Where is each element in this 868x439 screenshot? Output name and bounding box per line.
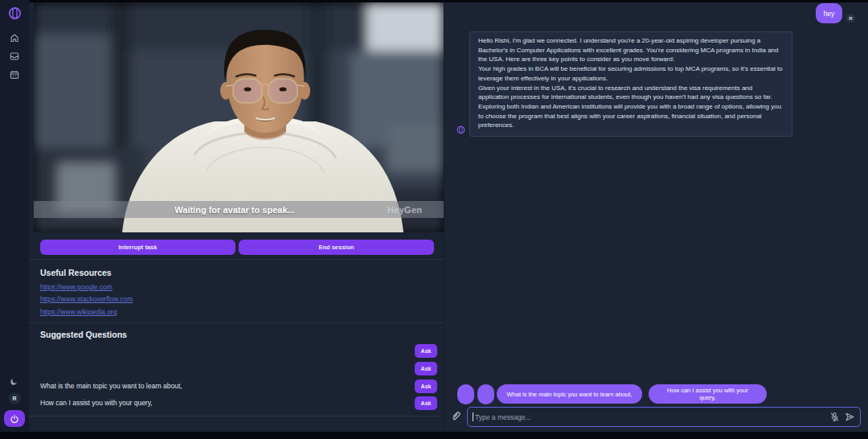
suggested-question-row: Ask	[40, 361, 437, 375]
bot-paragraph: Hello Rishi, I'm glad we connected. I un…	[478, 36, 784, 64]
caption-text: Waiting for avatar to speak...	[34, 205, 387, 215]
avatar-chat-app: R	[0, 0, 868, 439]
suggested-question-row: How can I assist you with your query, As…	[40, 396, 437, 410]
attachment-paperclip-icon[interactable]	[450, 410, 461, 421]
mic-off-icon[interactable]	[829, 412, 840, 422]
inbox-icon[interactable]	[10, 51, 19, 61]
resource-link-wikipedia[interactable]: https://www.wikipedia.org	[40, 308, 117, 316]
bottom-letterbox	[0, 432, 868, 439]
question-text: How can I assist you with your query,	[40, 399, 153, 407]
suggested-question-row: What is the main topic you want to learn…	[40, 379, 437, 393]
avatar-video[interactable]: Waiting for avatar to speak... HeyGen	[34, 2, 444, 232]
caption-band: Waiting for avatar to speak... HeyGen	[34, 201, 444, 218]
send-icon[interactable]	[845, 412, 855, 422]
sidebar: R	[0, 0, 29, 432]
quick-chip[interactable]: What is the main topic you want to learn…	[497, 384, 642, 404]
bot-paragraph: Given your interest in the USA, it's cru…	[478, 84, 784, 102]
divider	[29, 259, 444, 260]
ask-button[interactable]: Ask	[415, 396, 437, 410]
home-icon[interactable]	[10, 33, 19, 43]
interrupt-task-button[interactable]: Interrupt task	[40, 240, 235, 255]
heygen-watermark: HeyGen	[387, 205, 444, 215]
avatar-video-frame	[34, 2, 444, 232]
quick-chip-empty[interactable]	[477, 384, 494, 404]
question-text: What is the main topic you want to learn…	[40, 382, 182, 390]
ask-button[interactable]: Ask	[415, 362, 437, 375]
text-caret	[473, 412, 473, 421]
ask-button[interactable]: Ask	[415, 380, 437, 393]
resource-link-google[interactable]: https://www.google.com	[40, 283, 113, 291]
resources-title: Useful Resources	[40, 268, 112, 277]
moon-icon[interactable]	[10, 377, 19, 387]
app-logo-icon	[8, 6, 22, 20]
session-panel: Waiting for avatar to speak... HeyGen In…	[29, 0, 444, 432]
user-message-bubble: hey	[816, 3, 842, 23]
sidebar-user-avatar[interactable]: R	[9, 392, 21, 404]
top-letterbox	[29, 0, 868, 2]
power-icon	[10, 414, 19, 424]
bot-message-bubble: Hello Rishi, I'm glad we connected. I un…	[469, 31, 792, 137]
sidebar-bottom: R	[4, 377, 25, 427]
sidebar-nav	[10, 33, 19, 80]
power-button[interactable]	[4, 410, 25, 427]
suggested-question-row: Ask	[40, 343, 437, 358]
end-session-button[interactable]: End session	[239, 240, 434, 255]
ask-button[interactable]: Ask	[415, 344, 437, 358]
bot-paragraph: Exploring both Indian and American insti…	[478, 102, 784, 130]
calendar-icon[interactable]	[10, 70, 19, 80]
bot-paragraph: Your high grades in BCA will be benefici…	[478, 64, 784, 83]
divider	[29, 416, 444, 416]
user-avatar: R	[846, 14, 855, 23]
input-placeholder: Type a message...	[475, 413, 825, 421]
divider	[29, 322, 444, 323]
resource-link-stackoverflow[interactable]: https://www.stackoverflow.com	[40, 295, 133, 303]
quick-chip-empty[interactable]	[457, 384, 474, 404]
message-input[interactable]: Type a message...	[467, 407, 861, 427]
chat-panel: hey R Hello Rishi, I'm glad we connected…	[444, 0, 868, 432]
suggested-questions-title: Suggested Questions	[40, 330, 127, 339]
bot-avatar-icon	[457, 125, 465, 134]
quick-chip[interactable]: How can I assist you with your query,	[649, 384, 767, 404]
